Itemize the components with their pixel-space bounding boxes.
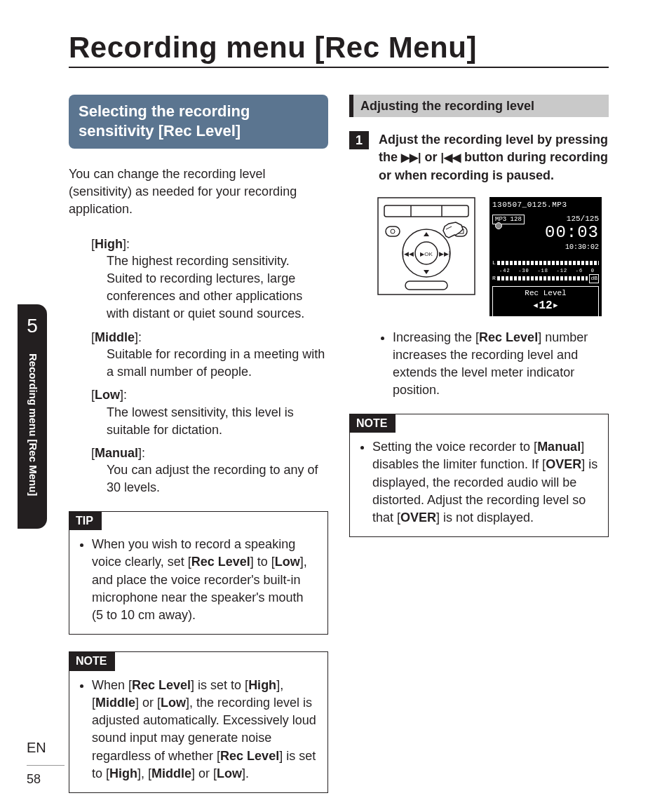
intro-text: You can change the recording level (sens… bbox=[69, 165, 328, 219]
lcd-rec-level-box: Rec Level ◂12▸ bbox=[492, 286, 599, 317]
left-column: Selecting the recording sensitivity [Rec… bbox=[69, 95, 328, 810]
lcd-screen-illustration: 130507_0125.MP3 MP3 128 125/125 00:03 10… bbox=[489, 197, 602, 316]
page-title: Recording menu [Rec Menu] bbox=[69, 28, 477, 68]
step-1: 1 Adjust the recording level by pressing… bbox=[349, 131, 609, 184]
device-button-illustration: ▶OK |◀◀ ▶▶| bbox=[377, 197, 475, 295]
step-number: 1 bbox=[349, 131, 369, 149]
section-heading-right: Adjusting the recording level bbox=[349, 95, 609, 117]
option-desc-middle: Suitable for recording in a meeting with… bbox=[91, 346, 328, 381]
illustration-row: ▶OK |◀◀ ▶▶| 130507_0125.MP3 MP3 128 125/… bbox=[377, 197, 609, 316]
note-box-left: NOTE When [Rec Level] is set to [High], … bbox=[69, 651, 328, 793]
chapter-label: Recording menu [Rec Menu] bbox=[26, 353, 40, 496]
title-rule bbox=[69, 67, 609, 68]
option-desc-manual: You can adjust the recording to any of 3… bbox=[91, 461, 328, 496]
lcd-level-meters: L -42-30-18-12-60 RdB bbox=[492, 259, 599, 283]
svg-text:|◀◀: |◀◀ bbox=[403, 250, 414, 257]
lcd-rec-level-label: Rec Level bbox=[493, 288, 598, 299]
lcd-filename: 130507_0125.MP3 bbox=[492, 201, 567, 209]
option-term-high: [High]: bbox=[91, 236, 328, 252]
option-term-middle: [Middle]: bbox=[91, 329, 328, 346]
note-text-right: Setting the voice recorder to [Manual] d… bbox=[372, 438, 598, 527]
lcd-elapsed-time: 00:03 bbox=[492, 222, 599, 244]
rewind-icon: |◀◀ bbox=[441, 152, 461, 164]
option-desc-high: The highest recording sensitivity. Suite… bbox=[91, 252, 328, 323]
option-term-low: [Low]: bbox=[91, 386, 328, 403]
step-text: Adjust the recording level by pressing t… bbox=[379, 131, 609, 184]
svg-rect-0 bbox=[378, 198, 475, 295]
svg-text:▶OK: ▶OK bbox=[420, 251, 433, 257]
options-list: [High]: The highest recording sensitivit… bbox=[69, 236, 328, 497]
tip-label: TIP bbox=[69, 511, 102, 531]
option-term-manual: [Manual]: bbox=[91, 445, 328, 461]
option-desc-low: The lowest sensitivity, this level is su… bbox=[91, 404, 328, 439]
lcd-remaining-time: 10:30:02 bbox=[492, 243, 599, 252]
lcd-rec-level-value: ◂12▸ bbox=[493, 299, 598, 314]
info-bullet: Increasing the [Rec Level] number increa… bbox=[393, 329, 609, 400]
svg-text:▶▶|: ▶▶| bbox=[439, 250, 450, 257]
note-label-right: NOTE bbox=[349, 414, 396, 433]
language-label: EN bbox=[27, 738, 46, 757]
info-bullet-list: Increasing the [Rec Level] number increa… bbox=[349, 329, 609, 400]
footer-rule bbox=[27, 765, 65, 766]
note-text-left: When [Rec Level] is set to [High], [Midd… bbox=[92, 677, 318, 783]
note-box-right: NOTE Setting the voice recorder to [Manu… bbox=[349, 414, 609, 538]
tip-box: TIP When you wish to record a speaking v… bbox=[69, 511, 328, 635]
note-label-left: NOTE bbox=[69, 651, 115, 671]
page-number: 58 bbox=[27, 771, 41, 787]
chapter-tab: 5 Recording menu [Rec Menu] bbox=[18, 304, 47, 529]
section-heading-left: Selecting the recording sensitivity [Rec… bbox=[69, 95, 328, 149]
tip-text: When you wish to record a speaking voice… bbox=[92, 536, 318, 624]
right-column: Adjusting the recording level 1 Adjust t… bbox=[349, 95, 609, 554]
fast-forward-icon: ▶▶| bbox=[401, 152, 421, 164]
chapter-number: 5 bbox=[18, 313, 47, 339]
record-indicator-icon bbox=[495, 222, 502, 229]
